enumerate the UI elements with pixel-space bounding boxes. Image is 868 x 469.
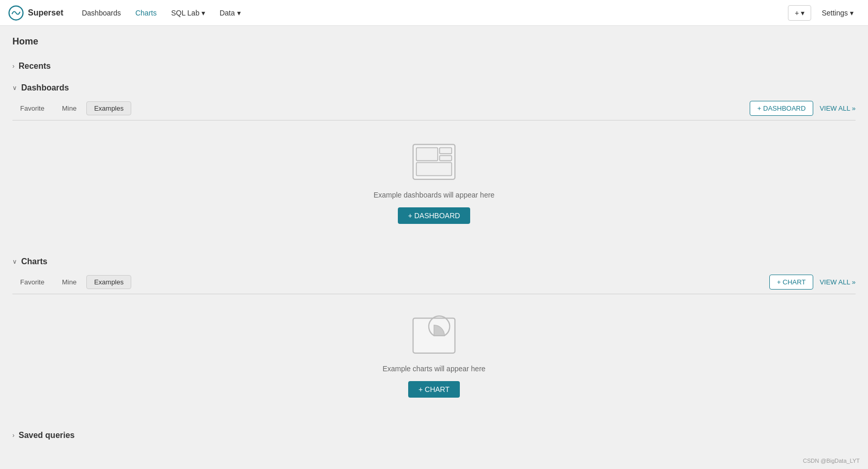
chart-empty-icon: [411, 315, 457, 356]
charts-header[interactable]: ∨ Charts: [12, 253, 856, 270]
section-recents: › Recents: [12, 57, 856, 75]
main-content: Home › Recents ∨ Dashboards Favorite Min…: [0, 26, 868, 469]
dashboards-header[interactable]: ∨ Dashboards: [12, 79, 856, 97]
saved-queries-header[interactable]: › Saved queries: [12, 427, 856, 444]
tab-charts-examples[interactable]: Examples: [86, 275, 131, 289]
dashboards-actions: + DASHBOARD VIEW ALL »: [750, 101, 856, 116]
dashboards-chevron-icon: ∨: [12, 84, 17, 92]
dashboards-title: Dashboards: [21, 83, 69, 93]
section-charts: ∨ Charts Favorite Mine Examples + CHART …: [12, 253, 856, 422]
recents-chevron-icon: ›: [12, 63, 14, 70]
add-dropdown-icon: ▾: [801, 9, 804, 17]
tab-dashboards-mine[interactable]: Mine: [54, 101, 84, 115]
sqllab-dropdown-icon: ▾: [202, 9, 205, 17]
svg-rect-4: [440, 156, 452, 161]
add-icon: +: [795, 9, 799, 17]
dashboards-body: Favorite Mine Examples + DASHBOARD VIEW …: [12, 97, 856, 249]
recents-title: Recents: [19, 62, 51, 71]
charts-title: Charts: [21, 257, 48, 266]
saved-queries-title: Saved queries: [19, 431, 75, 440]
dashboards-empty-state: Example dashboards will appear here + DA…: [12, 120, 856, 249]
settings-dropdown-icon: ▾: [850, 9, 854, 17]
dashboard-empty-icon: [411, 141, 457, 183]
recents-header[interactable]: › Recents: [12, 57, 856, 75]
nav-data[interactable]: Data ▾: [213, 6, 247, 20]
data-dropdown-icon: ▾: [237, 9, 241, 17]
section-saved-queries: › Saved queries: [12, 427, 856, 444]
nav-dashboards[interactable]: Dashboards: [75, 6, 127, 20]
navbar: Superset Dashboards Charts SQL Lab ▾ Dat…: [0, 0, 868, 26]
svg-rect-3: [440, 148, 452, 154]
charts-actions: + CHART VIEW ALL »: [769, 275, 856, 290]
brand-name: Superset: [28, 8, 63, 18]
saved-queries-chevron-icon: ›: [12, 432, 14, 439]
add-chart-button[interactable]: + CHART: [769, 275, 814, 290]
page-title: Home: [12, 36, 856, 47]
settings-button[interactable]: Settings ▾: [815, 6, 860, 20]
add-dashboard-button[interactable]: + DASHBOARD: [750, 101, 814, 116]
section-dashboards: ∨ Dashboards Favorite Mine Examples + DA…: [12, 79, 856, 249]
svg-rect-5: [416, 162, 452, 175]
brand[interactable]: Superset: [8, 5, 63, 21]
tab-dashboards-examples[interactable]: Examples: [86, 101, 131, 115]
charts-tabs-bar: Favorite Mine Examples + CHART VIEW ALL …: [12, 270, 856, 294]
charts-body: Favorite Mine Examples + CHART VIEW ALL …: [12, 270, 856, 422]
nav-sqllab[interactable]: SQL Lab ▾: [165, 6, 211, 20]
tab-charts-favorite[interactable]: Favorite: [12, 275, 52, 289]
tab-dashboards-favorite[interactable]: Favorite: [12, 101, 52, 115]
superset-logo-icon: [8, 5, 24, 21]
tab-charts-mine[interactable]: Mine: [54, 275, 84, 289]
charts-tabs: Favorite Mine Examples: [12, 275, 131, 289]
dashboards-empty-text: Example dashboards will appear here: [374, 191, 494, 199]
view-all-dashboards-button[interactable]: VIEW ALL »: [819, 104, 856, 112]
dashboards-tabs-bar: Favorite Mine Examples + DASHBOARD VIEW …: [12, 97, 856, 120]
add-button[interactable]: + ▾: [788, 5, 811, 21]
charts-cta-button[interactable]: + CHART: [408, 381, 460, 398]
charts-empty-text: Example charts will appear here: [382, 365, 485, 373]
nav-charts[interactable]: Charts: [129, 6, 163, 20]
charts-empty-state: Example charts will appear here + CHART: [12, 294, 856, 422]
navbar-right: + ▾ Settings ▾: [788, 5, 860, 21]
watermark: CSDN @BigData_LYT: [803, 458, 860, 464]
charts-chevron-icon: ∨: [12, 258, 17, 265]
dashboards-tabs: Favorite Mine Examples: [12, 101, 131, 115]
view-all-charts-button[interactable]: VIEW ALL »: [819, 278, 856, 286]
dashboards-cta-button[interactable]: + DASHBOARD: [398, 207, 471, 224]
svg-rect-2: [416, 148, 438, 161]
nav-links: Dashboards Charts SQL Lab ▾ Data ▾: [75, 6, 788, 20]
